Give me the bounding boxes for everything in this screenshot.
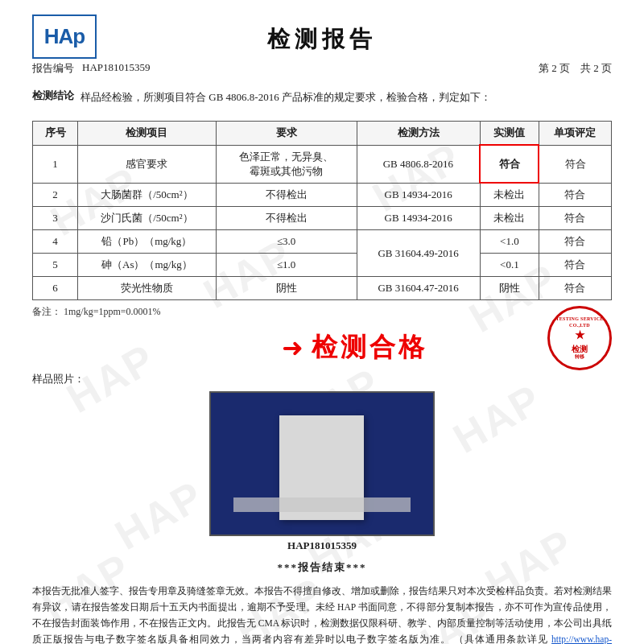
cell-measured: <1.0 xyxy=(480,230,539,254)
seal-circle: TESTING SERVICE CO.,LTD ★ 检测 转移 xyxy=(547,306,612,370)
col-header-item: 检测项目 xyxy=(78,122,217,146)
cell-method: GB 31604.49-2016 xyxy=(357,230,480,277)
report-meta-right: 第 2 页 共 2 页 xyxy=(539,61,612,76)
seal-text-center: 检测 xyxy=(572,344,588,354)
test-results-table: 序号 检测项目 要求 检测方法 实测值 单项评定 1 感官要求 色泽正常，无异臭… xyxy=(32,121,612,300)
cell-item: 感官要求 xyxy=(78,145,217,183)
sample-label: 样品照片： xyxy=(32,372,612,386)
cell-req: 色泽正常，无异臭、霉斑或其他污物 xyxy=(216,145,357,183)
cell-item: 铅（Pb）（mg/kg） xyxy=(78,230,217,254)
report-end: ***报告结束*** xyxy=(32,560,612,575)
cell-req: 不得检出 xyxy=(216,207,357,230)
table-row: 2 大肠菌群（/50cm²） 不得检出 GB 14934-2016 未检出 符合 xyxy=(33,183,612,207)
cell-measured: 阴性 xyxy=(480,277,539,300)
logo-box: HAp xyxy=(32,14,97,59)
cell-measured: 未检出 xyxy=(480,207,539,230)
cell-no: 1 xyxy=(33,145,78,183)
logo-text: HAp xyxy=(44,24,85,49)
seal-text-top: TESTING SERVICE CO.,LTD xyxy=(555,316,605,329)
cell-measured: 符合 xyxy=(480,145,539,183)
table-row: 4 铅（Pb）（mg/kg） ≤3.0 GB 31604.49-2016 <1.… xyxy=(33,230,612,254)
header-area: 检测报告 xyxy=(32,16,612,55)
photo-frame xyxy=(209,391,435,536)
table-row: 5 砷（As）（mg/kg） ≤1.0 <0.1 符合 xyxy=(33,254,612,277)
cell-req: 阴性 xyxy=(216,277,357,300)
cell-result: 符合 xyxy=(539,277,611,300)
cell-result: 符合 xyxy=(539,254,611,277)
cell-item: 沙门氏菌（/50cm²） xyxy=(78,207,217,230)
cell-result: 符合 xyxy=(539,183,611,207)
table-row: 1 感官要求 色泽正常，无异臭、霉斑或其他污物 GB 4806.8-2016 符… xyxy=(33,145,612,183)
cell-result: 符合 xyxy=(539,230,611,254)
footer-text: 本报告无批准人签字、报告专用章及骑缝签章无效。本报告不得擅自修改、增加或删除，报… xyxy=(32,583,612,644)
cell-method: GB 4806.8-2016 xyxy=(357,145,480,183)
page-indicator: 第 2 页 共 2 页 xyxy=(539,61,612,76)
logo-area: HAp xyxy=(32,14,97,59)
pass-area: ➜ 检测合格 xyxy=(97,330,612,365)
cell-item: 砷（As）（mg/kg） xyxy=(78,254,217,277)
cell-result: 符合 xyxy=(539,145,611,183)
report-number-value: HAP181015359 xyxy=(82,61,151,76)
table-row: 6 荧光性物质 阴性 GB 31604.47-2016 阴性 符合 xyxy=(33,277,612,300)
conclusion-label: 检测结论 xyxy=(32,89,74,103)
col-header-method: 检测方法 xyxy=(357,122,480,146)
col-header-no: 序号 xyxy=(33,122,78,146)
cell-no: 3 xyxy=(33,207,78,230)
pass-text: 检测合格 xyxy=(312,330,427,365)
report-meta: 报告编号 HAP181015359 第 2 页 共 2 页 xyxy=(32,61,612,76)
seal: TESTING SERVICE CO.,LTD ★ 检测 转移 xyxy=(547,306,612,370)
footer-link-label: （具体通用条款详见 xyxy=(454,634,548,644)
table-footnote: 备注： 1mg/kg=1ppm=0.0001% xyxy=(32,305,612,319)
cell-result: 符合 xyxy=(539,207,611,230)
pass-arrow-icon: ➜ xyxy=(282,335,303,361)
cell-req: 不得检出 xyxy=(216,183,357,207)
conclusion-text: 样品经检验，所测项目符合 GB 4806.8-2016 产品标准的规定要求，检验… xyxy=(80,89,491,106)
report-number-label: 报告编号 xyxy=(32,61,74,76)
cell-measured: <0.1 xyxy=(480,254,539,277)
conclusion-section: 检测结论 样品经检验，所测项目符合 GB 4806.8-2016 产品标准的规定… xyxy=(32,89,612,114)
col-header-measured: 实测值 xyxy=(480,122,539,146)
cell-method: GB 31604.47-2016 xyxy=(357,277,480,300)
cell-no: 6 xyxy=(33,277,78,300)
table-row: 3 沙门氏菌（/50cm²） 不得检出 GB 14934-2016 未检出 符合 xyxy=(33,207,612,230)
col-header-req: 要求 xyxy=(216,122,357,146)
report-meta-left: 报告编号 HAP181015359 xyxy=(32,61,151,76)
seal-text-bottom: 转移 xyxy=(575,354,585,361)
cell-item: 大肠菌群（/50cm²） xyxy=(78,183,217,207)
seal-star-icon: ★ xyxy=(575,328,585,343)
cell-item: 荧光性物质 xyxy=(78,277,217,300)
cell-no: 4 xyxy=(33,230,78,254)
cell-method: GB 14934-2016 xyxy=(357,207,480,230)
photo-caption: HAP181015359 xyxy=(287,539,357,552)
cell-no: 2 xyxy=(33,183,78,207)
photo-container: HAP181015359 xyxy=(209,391,435,552)
col-header-result: 单项评定 xyxy=(539,122,611,146)
cell-no: 5 xyxy=(33,254,78,277)
cell-req: ≤3.0 xyxy=(216,230,357,254)
cell-measured: 未检出 xyxy=(480,183,539,207)
page-title: 检测报告 xyxy=(267,16,377,55)
photo-strip-shape xyxy=(233,497,411,512)
cell-req: ≤1.0 xyxy=(216,254,357,277)
cell-method: GB 14934-2016 xyxy=(357,183,480,207)
